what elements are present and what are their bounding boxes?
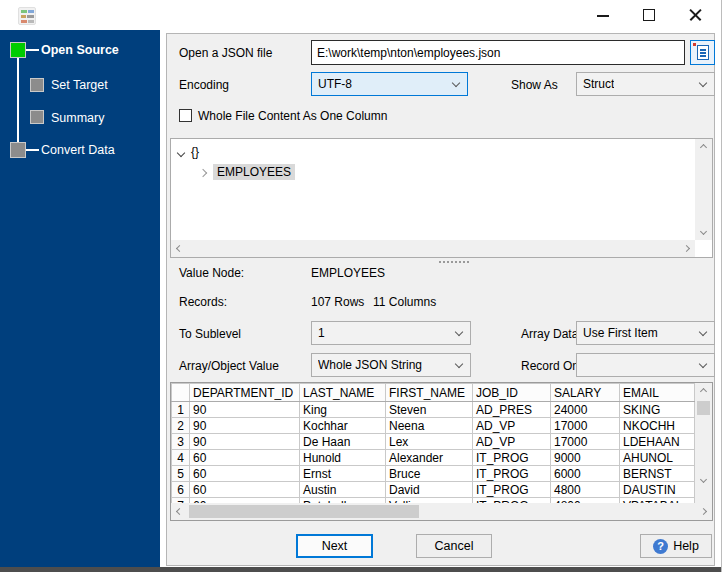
splitter-grip[interactable] bbox=[439, 261, 469, 263]
scroll-up-icon[interactable] bbox=[700, 388, 707, 395]
grid-cell: AD_VP bbox=[473, 434, 551, 450]
grid-cell: 6000 bbox=[551, 466, 620, 482]
grid-vertical-scrollbar[interactable] bbox=[695, 383, 712, 505]
grid-cell: 17000 bbox=[551, 418, 620, 434]
grid-cell: Austin bbox=[300, 482, 386, 498]
title-bar bbox=[0, 0, 722, 30]
grid-cell: NKOCHH bbox=[620, 418, 695, 434]
chevron-down-icon bbox=[455, 328, 463, 336]
tree-vertical-scrollbar[interactable] bbox=[695, 139, 712, 240]
help-button[interactable]: ?Help bbox=[640, 534, 712, 558]
sidebar-item-convert-data[interactable]: Convert Data bbox=[41, 143, 115, 157]
table-row[interactable]: 190KingStevenAD_PRES24000SKING bbox=[172, 402, 695, 418]
grid-cell: Ernst bbox=[300, 466, 386, 482]
preview-data-grid: DEPARTMENT_IDLAST_NAMEFIRST_NAMEJOB_IDSA… bbox=[170, 382, 713, 521]
grid-cell: 60 bbox=[190, 482, 300, 498]
scroll-left-icon[interactable] bbox=[176, 508, 183, 515]
chevron-down-icon bbox=[699, 360, 707, 368]
document-icon bbox=[697, 45, 709, 60]
grid-header-cell[interactable]: DEPARTMENT_ID bbox=[190, 384, 300, 402]
to-sublevel-label: To Sublevel bbox=[179, 327, 241, 341]
collapsed-chevron-icon[interactable] bbox=[199, 169, 207, 177]
grid-header-cell[interactable]: LAST_NAME bbox=[300, 384, 386, 402]
close-button[interactable] bbox=[678, 0, 712, 30]
red-dot bbox=[693, 43, 696, 46]
record-on-label: Record On bbox=[521, 359, 579, 373]
table-row[interactable]: 390De HaanLexAD_VP17000LDEHAAN bbox=[172, 434, 695, 450]
sidebar-item-set-target[interactable]: Set Target bbox=[51, 78, 108, 92]
show-as-value: Struct bbox=[583, 77, 614, 91]
tree-node-employees-label[interactable]: EMPLOYEES bbox=[213, 164, 295, 180]
tree-node-root-label[interactable]: {} bbox=[191, 145, 199, 159]
to-sublevel-select[interactable]: 1 bbox=[311, 321, 471, 345]
table-row[interactable]: 460HunoldAlexanderIT_PROG9000AHUNOL bbox=[172, 450, 695, 466]
grid-cell: 24000 bbox=[551, 402, 620, 418]
row-number-cell: 4 bbox=[172, 450, 190, 466]
scroll-down-icon[interactable] bbox=[700, 476, 707, 483]
whole-file-checkbox[interactable] bbox=[179, 109, 192, 122]
step-indicator-set-target bbox=[30, 78, 44, 92]
chevron-down-icon bbox=[699, 79, 707, 87]
minimize-icon bbox=[597, 15, 609, 17]
grid-vscroll-thumb[interactable] bbox=[697, 401, 710, 415]
row-number-cell: 6 bbox=[172, 482, 190, 498]
cancel-button[interactable]: Cancel bbox=[416, 534, 492, 558]
tree-node-root[interactable]: {} bbox=[178, 145, 199, 159]
scroll-up-icon[interactable] bbox=[700, 144, 707, 151]
minimize-button[interactable] bbox=[586, 0, 620, 30]
window-bottom-edge bbox=[0, 567, 722, 572]
array-object-value-select[interactable]: Whole JSON String bbox=[311, 353, 471, 377]
chevron-down-icon bbox=[699, 328, 707, 336]
grid-cell: 90 bbox=[190, 434, 300, 450]
tree-horizontal-scrollbar[interactable] bbox=[171, 240, 695, 257]
array-data-select[interactable]: Use First Item bbox=[576, 321, 715, 345]
sidebar-item-open-source[interactable]: Open Source bbox=[41, 43, 119, 57]
tree-node-employees[interactable]: EMPLOYEES bbox=[200, 165, 295, 179]
row-number-cell: 3 bbox=[172, 434, 190, 450]
table-row[interactable]: 290KochharNeenaAD_VP17000NKOCHH bbox=[172, 418, 695, 434]
cancel-button-label: Cancel bbox=[435, 539, 474, 553]
record-on-select[interactable] bbox=[576, 353, 715, 377]
grid-cell: 90 bbox=[190, 418, 300, 434]
scroll-right-icon[interactable] bbox=[700, 508, 707, 515]
encoding-select[interactable]: UTF-8 bbox=[311, 72, 468, 96]
next-button[interactable]: Next bbox=[296, 534, 373, 558]
array-data-label: Array Data bbox=[521, 327, 578, 341]
grid-cell: 90 bbox=[190, 402, 300, 418]
maximize-button[interactable] bbox=[632, 0, 666, 30]
step-connector-convert-data bbox=[26, 149, 39, 151]
sidebar-item-summary[interactable]: Summary bbox=[51, 111, 104, 125]
encoding-label: Encoding bbox=[179, 78, 229, 92]
grid-header-cell[interactable] bbox=[172, 384, 190, 402]
grid-cell: DAUSTIN bbox=[620, 482, 695, 498]
grid-cell: IT_PROG bbox=[473, 482, 551, 498]
scroll-down-icon[interactable] bbox=[700, 228, 707, 235]
grid-cell: 4800 bbox=[551, 482, 620, 498]
scroll-left-icon[interactable] bbox=[176, 245, 183, 252]
grid-horizontal-scrollbar[interactable] bbox=[171, 503, 712, 520]
to-sublevel-value: 1 bbox=[318, 326, 325, 340]
array-object-value-label: Array/Object Value bbox=[179, 359, 279, 373]
grid-header-cell[interactable]: FIRST_NAME bbox=[386, 384, 473, 402]
open-source-page: Open a JSON file Encoding UTF-8 Show As … bbox=[166, 33, 715, 566]
grid-cell: De Haan bbox=[300, 434, 386, 450]
file-path-input[interactable] bbox=[311, 40, 685, 65]
show-as-select[interactable]: Struct bbox=[576, 72, 715, 96]
grid-cell: Lex bbox=[386, 434, 473, 450]
grid-header-row: DEPARTMENT_IDLAST_NAMEFIRST_NAMEJOB_IDSA… bbox=[172, 384, 695, 402]
browse-file-button[interactable] bbox=[690, 40, 715, 65]
table-row[interactable]: 660AustinDavidIT_PROG4800DAUSTIN bbox=[172, 482, 695, 498]
grid-header-cell[interactable]: SALARY bbox=[551, 384, 620, 402]
encoding-value: UTF-8 bbox=[318, 77, 352, 91]
grid-cell: AD_VP bbox=[473, 418, 551, 434]
grid-hscroll-thumb[interactable] bbox=[189, 505, 419, 518]
scroll-right-icon[interactable] bbox=[683, 245, 690, 252]
chevron-down-icon bbox=[455, 360, 463, 368]
grid-cell: SKING bbox=[620, 402, 695, 418]
grid-header-cell[interactable]: JOB_ID bbox=[473, 384, 551, 402]
json-structure-tree: {} EMPLOYEES bbox=[170, 138, 713, 258]
grid-header-cell[interactable]: EMAIL bbox=[620, 384, 695, 402]
table-row[interactable]: 560ErnstBruceIT_PROG6000BERNST bbox=[172, 466, 695, 482]
expanded-chevron-icon[interactable] bbox=[177, 149, 185, 157]
wizard-step-sidebar: Open Source Set Target Summary Convert D… bbox=[0, 30, 160, 567]
